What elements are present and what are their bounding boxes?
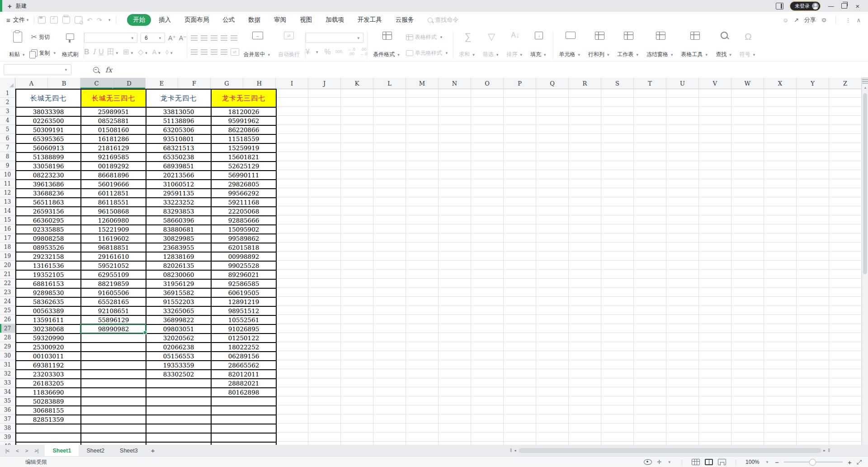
table-cell[interactable]: 15601821 — [212, 153, 277, 162]
table-cell[interactable]: 52625129 — [212, 162, 277, 171]
align-left-icon[interactable] — [191, 49, 198, 55]
horizontal-scrollbar[interactable]: ‖ ◂ ▸ ‖ — [510, 447, 830, 453]
table-cell[interactable]: 21816129 — [81, 144, 146, 153]
worksheet-button[interactable]: 工作表▾ — [616, 30, 642, 60]
table-cell[interactable] — [146, 397, 212, 406]
table-cell[interactable]: 12838169 — [146, 253, 212, 262]
table-cell[interactable]: 95991962 — [212, 117, 277, 126]
row-header-1[interactable]: 1 — [0, 89, 15, 98]
sum-button[interactable]: ∑ 求和▾ — [457, 30, 478, 60]
table-cell[interactable]: 68321513 — [146, 144, 212, 153]
table-cell[interactable]: 00103011 — [16, 352, 81, 361]
table-cell[interactable]: 29591135 — [146, 189, 212, 198]
underline-button[interactable]: U — [99, 48, 104, 56]
table-cell[interactable]: 11836690 — [16, 388, 81, 397]
table-cell[interactable]: 65528165 — [81, 298, 146, 307]
row-header-7[interactable]: 7 — [0, 143, 15, 152]
table-cell[interactable]: 66360295 — [16, 216, 81, 225]
table-cell[interactable]: 51388899 — [16, 153, 81, 162]
table-cell[interactable] — [81, 415, 146, 424]
table-cell[interactable]: 86681896 — [81, 171, 146, 180]
table-cell[interactable] — [81, 406, 146, 415]
eye-protection-icon[interactable] — [644, 459, 652, 465]
menu-tab-审阅[interactable]: 审阅 — [268, 14, 292, 26]
split-handle-icon[interactable] — [862, 78, 868, 84]
table-cell[interactable]: 38033398 — [16, 108, 81, 117]
table-cell[interactable]: 15095902 — [212, 225, 277, 234]
table-cell[interactable]: 69381192 — [16, 361, 81, 370]
table-cell[interactable]: 99589862 — [212, 234, 277, 243]
shape-fill-icon[interactable]: ◇▾ — [138, 48, 149, 56]
table-cell[interactable] — [81, 343, 146, 352]
more-options-icon[interactable]: ⋮ — [845, 17, 851, 24]
sheet-tab-Sheet1[interactable]: Sheet1 — [45, 445, 79, 456]
collapse-ribbon-icon[interactable]: ∧ — [856, 17, 861, 24]
table-cell[interactable]: 13161536 — [16, 262, 81, 271]
new-document-plus-icon[interactable]: + — [8, 2, 12, 10]
rows-cols-button[interactable]: 行和列▾ — [586, 30, 613, 60]
vertical-scrollbar[interactable]: ▲ — [862, 78, 868, 445]
table-cell[interactable]: 36899822 — [146, 316, 212, 325]
row-header-40[interactable]: 40 — [0, 442, 15, 445]
table-cell[interactable]: 36915582 — [146, 289, 212, 298]
zoom-out-formula-icon[interactable] — [93, 67, 99, 73]
sheet-tab-Sheet2[interactable]: Sheet2 — [79, 445, 112, 456]
column-header-F[interactable]: F — [178, 78, 211, 89]
format-painter-button[interactable]: 格式刷 — [60, 30, 80, 60]
table-cell[interactable]: 01508160 — [81, 126, 146, 135]
column-header-D[interactable]: D — [113, 78, 146, 89]
table-cell[interactable] — [212, 397, 277, 406]
symbol-button[interactable]: Ω 符号▾ — [738, 30, 759, 60]
column-header-V[interactable]: V — [699, 78, 731, 89]
table-cell[interactable]: 58362635 — [16, 298, 81, 307]
table-cell[interactable]: 23203303 — [16, 370, 81, 379]
justify-icon[interactable] — [221, 49, 227, 55]
table-cell[interactable]: 08525881 — [81, 117, 146, 126]
table-cell[interactable]: 60112851 — [81, 189, 146, 198]
zoom-slider[interactable] — [784, 462, 843, 462]
align-bottom-icon[interactable] — [211, 35, 217, 41]
table-cell[interactable]: 09808258 — [16, 234, 81, 243]
decimal-decrease-icon[interactable]: .00 →.0 — [360, 48, 368, 57]
row-header-9[interactable]: 9 — [0, 161, 15, 170]
row-header-19[interactable]: 19 — [0, 252, 15, 261]
table-cell[interactable]: 63205306 — [146, 126, 212, 135]
table-cell[interactable]: 06289156 — [212, 352, 277, 361]
thousands-icon[interactable]: 000, — [335, 50, 344, 54]
table-cell[interactable]: 60619505 — [212, 289, 277, 298]
merged-header-4[interactable]: 龙卡无三四七 — [212, 90, 277, 108]
page-break-view-button[interactable] — [718, 459, 726, 465]
cells-button[interactable]: 单元格▾ — [557, 30, 584, 60]
toolbar-more-caret-icon[interactable]: ▾ — [108, 18, 111, 22]
zoom-percentage[interactable]: 100% — [745, 459, 760, 465]
wrap-text-button[interactable]: ⇄ 自动换行 — [276, 30, 302, 60]
table-cell[interactable]: 00189292 — [81, 162, 146, 171]
table-cell[interactable]: 91552203 — [146, 298, 212, 307]
table-cell[interactable]: 10552561 — [212, 316, 277, 325]
row-header-30[interactable]: 30 — [0, 351, 15, 360]
decrease-indent-icon[interactable] — [221, 35, 227, 41]
table-cell[interactable] — [81, 361, 146, 370]
scroll-left-icon[interactable]: ◂ — [514, 448, 516, 453]
fill-color-icon[interactable]: ⊞▾ — [123, 48, 135, 56]
table-cell[interactable] — [146, 434, 212, 443]
normal-view-button[interactable] — [692, 459, 700, 465]
table-cell[interactable]: 15221909 — [81, 225, 146, 234]
table-cell[interactable] — [212, 415, 277, 424]
next-sheet-icon[interactable]: > — [25, 448, 28, 453]
row-header-12[interactable]: 12 — [0, 188, 15, 197]
last-sheet-icon[interactable]: >| — [34, 448, 38, 453]
row-header-23[interactable]: 23 — [0, 288, 15, 297]
table-cell[interactable] — [146, 388, 212, 397]
table-cell[interactable]: 50283889 — [16, 397, 81, 406]
table-cell[interactable]: 01250122 — [212, 334, 277, 343]
table-cell[interactable]: 29161610 — [81, 253, 146, 262]
menu-tab-开始[interactable]: 开始 — [127, 14, 151, 26]
row-header-10[interactable]: 10 — [0, 170, 15, 179]
align-middle-icon[interactable] — [201, 35, 208, 41]
decimal-increase-icon[interactable]: ←.0 .00 — [348, 48, 355, 57]
minimize-button[interactable]: — — [827, 3, 835, 10]
reading-mode-caret-icon[interactable]: ▾ — [669, 460, 671, 464]
table-cell[interactable] — [16, 424, 81, 434]
reading-mode-icon[interactable]: ✛ — [657, 459, 661, 465]
